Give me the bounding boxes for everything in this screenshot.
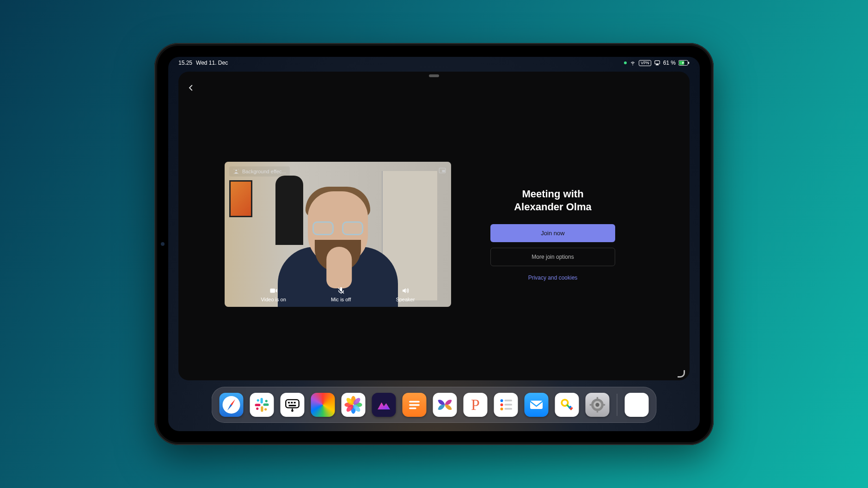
svg-point-4 (235, 170, 237, 171)
mic-off-icon (337, 287, 345, 295)
ipad-screen: 15.25 Wed 11. Dec VPN 61 % (168, 57, 700, 431)
camera-preview: Background effec... Video is on Mic is o… (225, 162, 451, 307)
svg-rect-9 (263, 403, 269, 406)
svg-point-15 (256, 408, 258, 410)
dock-app-slack[interactable] (250, 393, 274, 417)
notes-lines-icon (407, 397, 422, 413)
pip-icon (438, 166, 446, 175)
status-date: Wed 11. Dec (196, 60, 228, 66)
svg-point-33 (501, 399, 503, 402)
svg-rect-36 (505, 404, 513, 406)
video-icon (269, 287, 278, 295)
svg-point-12 (257, 399, 259, 402)
preview-wall-art (229, 180, 252, 217)
svg-rect-10 (261, 406, 263, 412)
dock-app-passwords[interactable] (555, 393, 579, 417)
dock-app-safari[interactable] (220, 393, 244, 417)
pip-button[interactable] (438, 166, 446, 177)
svg-rect-30 (409, 401, 420, 403)
svg-rect-44 (597, 397, 598, 399)
meeting-title: Meeting with Alexander Olma (514, 188, 592, 213)
more-join-options-button[interactable]: More join options (490, 248, 615, 266)
svg-rect-38 (505, 408, 513, 410)
svg-rect-11 (255, 404, 261, 406)
video-toggle-label: Video is on (261, 297, 286, 302)
dock-app-p[interactable]: P (464, 393, 488, 417)
teams-prejoin-window: Background effec... Video is on Mic is o… (178, 72, 690, 380)
airplay-icon (654, 60, 660, 66)
status-bar: 15.25 Wed 11. Dec VPN 61 % (168, 57, 700, 69)
back-button[interactable] (187, 83, 200, 95)
window-multitask-handle[interactable] (178, 72, 690, 80)
dock-app-keyboard[interactable] (281, 393, 305, 417)
svg-point-37 (501, 408, 503, 410)
keyboard-icon (284, 396, 301, 414)
ipad-device-frame: 15.25 Wed 11. Dec VPN 61 % (154, 43, 714, 445)
vpn-indicator: VPN (639, 60, 651, 66)
svg-point-35 (501, 403, 503, 406)
privacy-cookies-link[interactable]: Privacy and cookies (528, 274, 578, 281)
svg-rect-46 (590, 404, 592, 405)
svg-rect-20 (289, 405, 296, 406)
background-effects-icon (233, 168, 239, 175)
svg-point-13 (265, 400, 268, 402)
svg-rect-39 (530, 401, 543, 409)
svg-rect-17 (288, 402, 290, 403)
speaker-toggle[interactable]: Speaker (396, 287, 415, 302)
speaker-toggle-label: Speaker (396, 297, 415, 302)
svg-rect-19 (294, 402, 296, 403)
svg-rect-34 (505, 400, 513, 402)
dock-separator (617, 394, 617, 416)
svg-rect-47 (603, 404, 605, 405)
dock-app-butterfly[interactable] (433, 393, 457, 417)
dock-recent-apps[interactable] (625, 393, 649, 417)
photos-icon (344, 396, 363, 414)
svg-rect-16 (286, 400, 299, 408)
video-toggle[interactable]: Video is on (261, 287, 286, 302)
ipad-camera (161, 242, 165, 246)
dock: P (212, 387, 657, 423)
battery-icon (679, 60, 690, 66)
speaker-icon (401, 287, 410, 295)
camera-in-use-indicator (624, 61, 627, 64)
dock-app-luminar[interactable] (372, 393, 396, 417)
mail-icon (528, 396, 545, 413)
passwords-icon (559, 396, 575, 413)
svg-rect-32 (409, 408, 416, 409)
dock-app-color-wheel[interactable] (311, 393, 335, 417)
join-now-button[interactable]: Join now (490, 224, 615, 242)
background-effects-label: Background effec... (242, 169, 286, 174)
svg-rect-3 (688, 62, 689, 64)
settings-gear-icon (588, 396, 607, 414)
battery-percentage: 61 % (663, 60, 676, 66)
wifi-icon (630, 60, 636, 66)
svg-rect-45 (597, 410, 598, 413)
reminders-icon (498, 396, 514, 413)
mic-toggle-label: Mic is off (331, 297, 351, 302)
mic-toggle[interactable]: Mic is off (331, 287, 351, 302)
svg-rect-8 (261, 398, 263, 403)
butterfly-icon (436, 396, 454, 414)
status-time: 15.25 (178, 60, 192, 66)
svg-rect-6 (442, 170, 445, 172)
dock-app-notes[interactable] (403, 393, 427, 417)
background-effects-button[interactable]: Background effec... (229, 166, 290, 177)
svg-rect-18 (291, 402, 293, 403)
join-panel: Meeting with Alexander Olma Join now Mor… (479, 188, 627, 281)
svg-point-43 (595, 403, 599, 407)
dock-app-mail[interactable] (525, 393, 549, 417)
svg-point-14 (264, 408, 267, 410)
svg-point-21 (291, 409, 293, 412)
dock-app-photos[interactable] (342, 393, 366, 417)
slack-icon (254, 396, 270, 413)
svg-rect-31 (409, 404, 420, 406)
luminar-icon (375, 396, 393, 414)
dock-app-reminders[interactable] (494, 393, 518, 417)
dock-app-settings[interactable] (586, 393, 610, 417)
